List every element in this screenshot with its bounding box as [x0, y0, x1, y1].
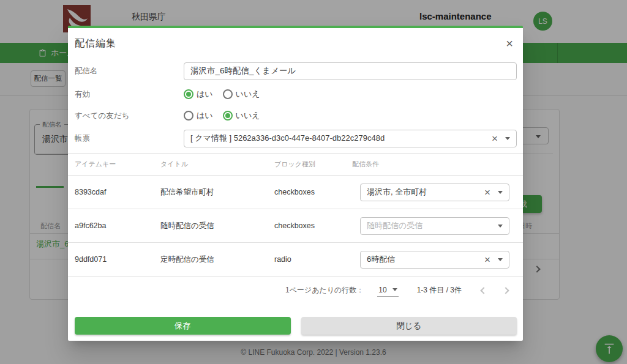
cell-title: 配信希望市町村 [160, 187, 274, 198]
all-friends-yes-radio[interactable] [184, 111, 193, 121]
cell-item-key: 8393cdaf [75, 188, 160, 196]
table-row: a9fc62ba 随時配信の受信 checkboxes 随時配信の受信 [75, 209, 517, 242]
cell-block-type: checkboxes [274, 221, 352, 230]
clear-icon[interactable]: × [492, 133, 498, 144]
all-friends-radio-group: はい いいえ [184, 110, 270, 121]
close-button[interactable]: 閉じる [301, 317, 517, 335]
chevron-down-icon[interactable] [498, 225, 503, 228]
condition-select-row3-value: 6時配信 [367, 254, 484, 265]
cell-block-type: radio [274, 255, 352, 264]
table-row: 8393cdaf 配信希望市町村 checkboxes 湯沢市, 全市町村 × [75, 176, 517, 209]
next-page-icon[interactable] [502, 287, 509, 294]
name-input[interactable]: 湯沢市_6時配信_くまメール [184, 62, 517, 80]
save-button-label: 保存 [175, 321, 191, 332]
all-friends-no-radio[interactable] [223, 111, 233, 121]
pagination-range: 1-3 件目 / 3件 [417, 285, 462, 295]
clear-icon[interactable]: × [484, 254, 490, 265]
enabled-no-radio[interactable] [223, 89, 233, 99]
name-input-value: 湯沢市_6時配信_くまメール [190, 65, 296, 76]
col-header-block-type: ブロック種別 [274, 160, 352, 169]
items-table-header: アイテムキー タイトル ブロック種別 配信条件 [75, 154, 517, 175]
col-header-title: タイトル [160, 160, 274, 169]
col-header-item-key: アイテムキー [75, 160, 160, 169]
rows-per-page-label: 1ページあたりの行数： [285, 285, 364, 295]
modal-title: 配信編集 [75, 37, 116, 50]
enabled-radio-group: はい いいえ [184, 89, 270, 100]
enabled-field-label: 有効 [75, 89, 184, 100]
condition-select-row2-placeholder: 随時配信の受信 [367, 220, 498, 231]
enabled-yes-label: はい [197, 89, 213, 100]
all-friends-yes-label: はい [197, 110, 213, 121]
cell-item-key: 9ddfd071 [75, 255, 160, 264]
cell-title: 定時配信の受信 [160, 254, 274, 265]
condition-select-row3[interactable]: 6時配信 × [360, 251, 509, 269]
name-field-label: 配信名 [75, 66, 184, 76]
edit-distribution-modal: 配信編集 × 配信名 湯沢市_6時配信_くまメール 有効 はい いいえ [68, 26, 523, 341]
screen: 秋田県庁 lsc-maintenance LS ホーム 配信一覧 配信名 湯沢市 [0, 0, 627, 364]
report-select[interactable]: [ クマ情報 ] 5262a336-d3c0-447e-8407-db22c27… [184, 130, 517, 147]
clear-icon[interactable]: × [484, 187, 490, 198]
rows-per-page-value: 10 [378, 286, 386, 294]
report-select-value: [ クマ情報 ] 5262a336-d3c0-447e-8407-db22c27… [190, 133, 492, 144]
chevron-down-icon[interactable] [505, 137, 510, 140]
condition-select-row1-value: 湯沢市, 全市町村 [367, 187, 484, 198]
chevron-down-icon[interactable] [498, 258, 503, 261]
close-icon[interactable]: × [502, 37, 517, 50]
report-field-label: 帳票 [75, 133, 184, 144]
chevron-down-icon[interactable] [498, 191, 503, 194]
enabled-no-label: いいえ [236, 89, 260, 100]
condition-select-row1[interactable]: 湯沢市, 全市町村 × [360, 184, 509, 201]
table-pagination: 1ページあたりの行数： 10 1-3 件目 / 3件 [75, 277, 517, 304]
col-header-condition: 配信条件 [352, 160, 517, 169]
enabled-yes-radio[interactable] [184, 89, 193, 99]
rows-per-page-select[interactable]: 10 [377, 284, 398, 297]
cell-title: 随時配信の受信 [160, 221, 274, 231]
cell-item-key: a9fc62ba [75, 221, 160, 230]
all-friends-no-label: いいえ [236, 110, 260, 121]
chevron-down-icon [392, 288, 397, 291]
previous-page-icon[interactable] [480, 287, 487, 294]
save-button[interactable]: 保存 [75, 317, 291, 335]
all-friends-field-label: すべての友だち [75, 111, 184, 121]
close-button-label: 閉じる [396, 321, 421, 332]
cell-block-type: checkboxes [274, 188, 352, 196]
condition-select-row2[interactable]: 随時配信の受信 [360, 217, 509, 235]
table-row: 9ddfd071 定時配信の受信 radio 6時配信 × [75, 243, 517, 276]
